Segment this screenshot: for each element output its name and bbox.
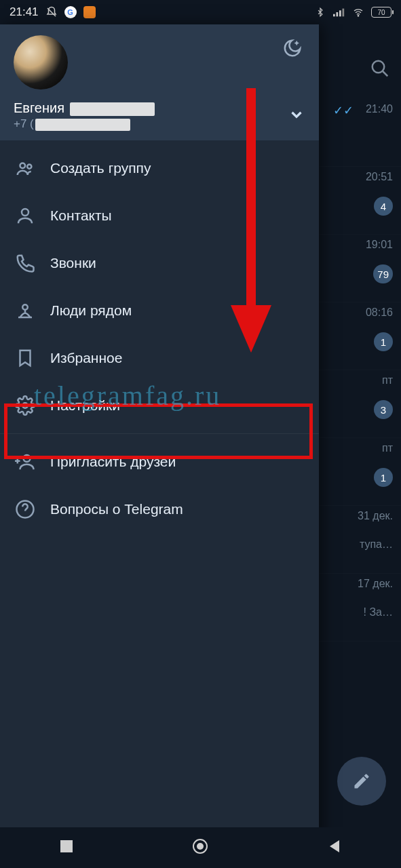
read-check-icon: ✓✓ [333, 103, 354, 118]
nearby-icon [15, 300, 50, 321]
help-icon [15, 499, 50, 519]
profile-phone: +7 ( [14, 117, 288, 131]
menu-label: Избранное [50, 350, 122, 366]
unread-badge: 3 [374, 400, 393, 419]
menu-label: Настройки [50, 397, 120, 414]
night-mode-toggle[interactable] [282, 38, 303, 61]
unread-badge: 1 [374, 332, 393, 351]
chat-time: 08:16 [366, 307, 393, 319]
menu-invite[interactable]: Пригласить друзей [0, 438, 319, 486]
profile-avatar[interactable] [14, 35, 68, 90]
svg-point-8 [20, 163, 26, 169]
nav-drawer: Евгения +7 ( Создать группу Контакты Зво… [0, 24, 319, 868]
unread-badge: 79 [373, 264, 393, 283]
chat-row[interactable]: 08:16 1 [313, 302, 401, 370]
menu-create-group[interactable]: Создать группу [0, 144, 319, 192]
svg-point-11 [22, 304, 28, 310]
svg-point-9 [27, 164, 31, 168]
chat-row[interactable]: пт 1 [313, 438, 401, 506]
chat-time: 31 дек. [358, 510, 393, 522]
chat-list: ✓✓ 21:40 20:51 4 19:01 79 08:16 1 пт 3 п… [313, 99, 401, 642]
svg-point-6 [373, 61, 385, 73]
chat-row[interactable]: 20:51 4 [313, 167, 401, 235]
svg-point-13 [24, 455, 31, 462]
search-button[interactable] [370, 58, 390, 81]
chat-time: 17 дек. [358, 578, 393, 590]
menu-label: Пригласить друзей [50, 454, 176, 470]
chat-preview: тупа… [360, 538, 393, 551]
signal-icon [333, 6, 345, 18]
svg-point-10 [22, 209, 28, 216]
menu-settings[interactable]: Настройки [0, 382, 319, 429]
menu-label: Люди рядом [50, 302, 132, 319]
status-bar: 21:41 G 70 [0, 0, 401, 24]
redacted-text [70, 102, 155, 116]
bookmark-icon [15, 348, 50, 368]
chevron-down-icon [288, 106, 305, 126]
menu-contacts[interactable]: Контакты [0, 192, 319, 239]
menu-calls[interactable]: Звонки [0, 239, 319, 287]
divider [0, 433, 319, 434]
android-navbar [0, 827, 401, 868]
account-switcher[interactable]: Евгения +7 ( [14, 100, 305, 131]
nav-back[interactable] [327, 839, 342, 856]
invite-icon [15, 452, 50, 472]
svg-rect-15 [60, 840, 73, 852]
battery-icon: 70 [371, 7, 392, 18]
contact-icon [15, 205, 50, 226]
gear-icon [15, 395, 50, 416]
phone-icon [15, 253, 50, 273]
svg-line-7 [383, 71, 388, 77]
bluetooth-icon [314, 6, 326, 18]
menu-saved[interactable]: Избранное [0, 334, 319, 382]
menu-label: Контакты [50, 208, 112, 224]
menu-faq[interactable]: Вопросы о Telegram [0, 486, 319, 533]
chat-row[interactable]: 31 дек. тупа… [313, 506, 401, 574]
group-icon [15, 158, 50, 178]
compose-fab[interactable] [337, 757, 386, 806]
google-icon: G [64, 6, 77, 18]
nav-recents[interactable] [59, 839, 74, 856]
svg-rect-1 [333, 14, 335, 17]
svg-point-12 [22, 403, 28, 408]
chat-row[interactable]: ✓✓ 21:40 [313, 99, 401, 167]
mute-icon [45, 6, 58, 18]
chat-time: 21:40 [366, 103, 393, 115]
chat-row[interactable]: 19:01 79 [313, 235, 401, 302]
app-icon [83, 6, 96, 18]
unread-badge: 1 [374, 468, 393, 487]
svg-rect-4 [343, 9, 345, 17]
svg-point-5 [358, 16, 358, 16]
wifi-icon [352, 6, 364, 18]
profile-name: Евгения [14, 100, 288, 116]
status-time: 21:41 [9, 5, 39, 19]
drawer-menu: Создать группу Контакты Звонки Люди рядо… [0, 140, 319, 533]
menu-people-nearby[interactable]: Люди рядом [0, 287, 319, 334]
chat-time: пт [382, 374, 393, 387]
drawer-header: Евгения +7 ( [0, 24, 319, 140]
chat-preview: ! За… [364, 606, 393, 618]
menu-label: Создать группу [50, 160, 151, 176]
menu-label: Вопросы о Telegram [50, 501, 183, 517]
svg-rect-2 [337, 12, 339, 16]
unread-badge: 4 [374, 197, 393, 216]
svg-point-17 [197, 843, 204, 850]
chat-time: 20:51 [366, 171, 393, 183]
menu-label: Звонки [50, 255, 96, 271]
chat-time: пт [382, 442, 393, 454]
chat-row[interactable]: пт 3 [313, 370, 401, 438]
svg-rect-3 [339, 10, 341, 16]
nav-home[interactable] [191, 837, 209, 858]
chat-row[interactable]: 17 дек. ! За… [313, 574, 401, 642]
chat-time: 19:01 [366, 239, 393, 251]
redacted-text [35, 119, 130, 131]
